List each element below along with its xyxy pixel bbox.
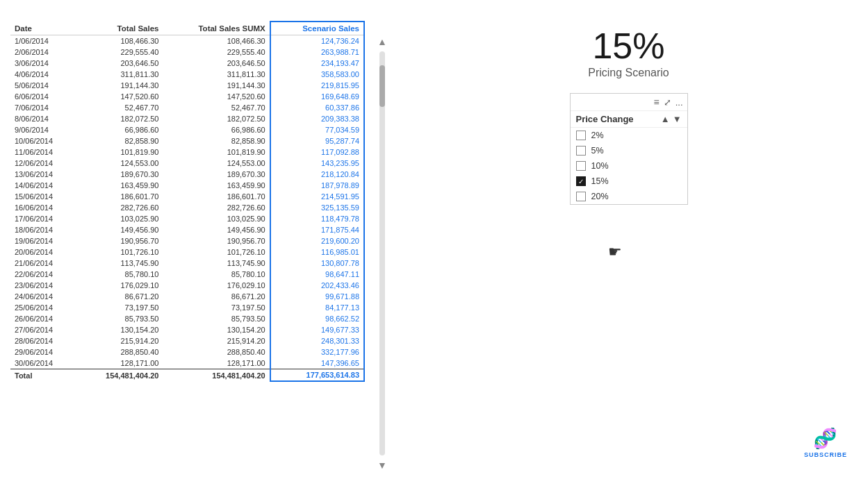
data-cell: 86,671.20 xyxy=(163,291,270,302)
table-row: 16/06/2014282,726.60282,726.60325,135.59 xyxy=(10,202,364,213)
data-cell: 103,025.90 xyxy=(163,213,270,224)
slicer-checkbox[interactable] xyxy=(576,146,586,156)
table-row: 7/06/201452,467.7052,467.7060,337.86 xyxy=(10,102,364,113)
table-row: 20/06/2014101,726.10101,726.10116,985.01 xyxy=(10,246,364,258)
data-cell: 147,520.60 xyxy=(163,91,270,102)
table-row: 9/06/201466,986.6066,986.6077,034.59 xyxy=(10,124,364,135)
data-cell: 26/06/2014 xyxy=(10,313,76,324)
table-row: 17/06/2014103,025.90103,025.90118,479.78 xyxy=(10,213,364,224)
table-row: 10/06/201482,858.9082,858.9095,287.74 xyxy=(10,135,364,146)
slicer-expand-icon[interactable]: ⤢ xyxy=(664,97,671,108)
total-sales: 154,481,404.20 xyxy=(76,369,163,382)
data-cell: 66,986.60 xyxy=(163,124,270,135)
scenario-cell: 218,120.84 xyxy=(270,169,364,180)
scenario-cell: 169,648.69 xyxy=(270,91,364,102)
data-cell: 29/06/2014 xyxy=(10,346,76,358)
data-cell: 18/06/2014 xyxy=(10,224,76,235)
scrollbar-thumb[interactable] xyxy=(379,65,385,107)
slicer-checkbox[interactable] xyxy=(576,131,586,140)
data-cell: 7/06/2014 xyxy=(10,102,76,113)
data-cell: 229,555.40 xyxy=(76,47,163,58)
slicer-item[interactable]: 2% xyxy=(571,128,687,143)
data-cell: 108,466.30 xyxy=(76,35,163,47)
slicer-checkbox[interactable] xyxy=(576,176,586,186)
subscribe-dna-icon[interactable]: 🧬 xyxy=(813,427,837,450)
slicer-header: Price Change ▲ ▼ xyxy=(571,111,687,128)
data-cell: 163,459.90 xyxy=(76,180,163,191)
slicer-item[interactable]: 10% xyxy=(571,158,687,174)
scenario-cell: 234,193.47 xyxy=(270,58,364,69)
data-cell: 190,956.70 xyxy=(163,235,270,246)
table-row: 1/06/2014108,466.30108,466.30124,736.24 xyxy=(10,35,364,47)
data-cell: 288,850.40 xyxy=(163,346,270,358)
scenario-cell: 95,287.74 xyxy=(270,135,364,146)
slicer-collapse-down-icon[interactable]: ▼ xyxy=(673,114,682,124)
slicer-item[interactable]: 5% xyxy=(571,143,687,158)
data-cell: 186,601.70 xyxy=(163,191,270,202)
data-cell: 215,914.20 xyxy=(163,335,270,346)
data-cell: 85,793.50 xyxy=(76,313,163,324)
slicer-lines-icon[interactable]: ≡ xyxy=(653,97,659,108)
slicer-checkbox[interactable] xyxy=(576,161,586,171)
scenario-cell: 99,671.88 xyxy=(270,291,364,302)
data-cell: 6/06/2014 xyxy=(10,91,76,102)
data-cell: 149,456.90 xyxy=(76,224,163,235)
slicer-more-icon[interactable]: ... xyxy=(675,97,683,108)
right-panel: 15% Pricing Scenario ≡ ⤢ ... Price Chang… xyxy=(396,14,861,472)
data-cell: 113,745.90 xyxy=(163,258,270,269)
col-header-total-sales-sumx: Total Sales SUMX xyxy=(163,22,270,35)
data-cell: 85,780.10 xyxy=(76,269,163,280)
scenario-cell: 98,662.52 xyxy=(270,313,364,324)
data-cell: 130,154.20 xyxy=(163,324,270,335)
table-row: 8/06/2014182,072.50182,072.50209,383.38 xyxy=(10,113,364,124)
data-cell: 13/06/2014 xyxy=(10,169,76,180)
slicer-toolbar: ≡ ⤢ ... xyxy=(571,94,687,111)
scenario-cell: 214,591.95 xyxy=(270,191,364,202)
slicer-item[interactable]: 20% xyxy=(571,189,687,204)
data-cell: 14/06/2014 xyxy=(10,180,76,191)
data-cell: 85,793.50 xyxy=(163,313,270,324)
table-row: 25/06/201473,197.5073,197.5084,177.13 xyxy=(10,302,364,313)
subscribe-area: 🧬 SUBSCRIBE xyxy=(804,427,847,458)
scroll-up-button[interactable]: ▲ xyxy=(375,35,389,49)
scrollbar-track[interactable] xyxy=(379,51,385,455)
data-cell: 52,467.70 xyxy=(163,102,270,113)
data-cell: 311,811.30 xyxy=(76,69,163,80)
scenario-cell: 130,807.78 xyxy=(270,258,364,269)
data-cell: 101,726.10 xyxy=(163,246,270,258)
col-header-date: Date xyxy=(10,22,76,35)
slicer-title: Price Change xyxy=(576,114,634,124)
data-cell: 20/06/2014 xyxy=(10,246,76,258)
table-row: 4/06/2014311,811.30311,811.30358,583.00 xyxy=(10,69,364,80)
scroll-down-button[interactable]: ▼ xyxy=(375,458,389,472)
data-cell: 163,459.90 xyxy=(163,180,270,191)
pricing-scenario-value: 15% xyxy=(592,28,664,64)
data-cell: 16/06/2014 xyxy=(10,202,76,213)
data-cell: 85,780.10 xyxy=(163,269,270,280)
slicer-item-label: 5% xyxy=(591,146,604,156)
scenario-cell: 219,600.20 xyxy=(270,235,364,246)
data-cell: 1/06/2014 xyxy=(10,35,76,47)
data-cell: 101,819.90 xyxy=(163,146,270,158)
slicer-item[interactable]: 15% xyxy=(571,174,687,189)
main-container: Date Total Sales Total Sales SUMX Scenar… xyxy=(0,0,868,486)
data-cell: 52,467.70 xyxy=(76,102,163,113)
data-cell: 189,670.30 xyxy=(76,169,163,180)
data-cell: 5/06/2014 xyxy=(10,80,76,91)
table-row: 21/06/2014113,745.90113,745.90130,807.78 xyxy=(10,258,364,269)
table-row: 29/06/2014288,850.40288,850.40332,177.96 xyxy=(10,346,364,358)
table-section: Date Total Sales Total Sales SUMX Scenar… xyxy=(7,14,368,472)
data-cell: 282,726.60 xyxy=(163,202,270,213)
data-cell: 191,144.30 xyxy=(76,80,163,91)
data-cell: 101,726.10 xyxy=(76,246,163,258)
cursor-hand-icon: ☛ xyxy=(608,243,622,261)
scenario-cell: 116,985.01 xyxy=(270,246,364,258)
slicer-header-controls: ▲ ▼ xyxy=(661,114,682,124)
scenario-cell: 332,177.96 xyxy=(270,346,364,358)
slicer-checkbox[interactable] xyxy=(576,192,586,201)
data-cell: 11/06/2014 xyxy=(10,146,76,158)
scenario-cell: 77,034.59 xyxy=(270,124,364,135)
table-row: 12/06/2014124,553.00124,553.00143,235.95 xyxy=(10,158,364,169)
slicer-collapse-up-icon[interactable]: ▲ xyxy=(661,114,670,124)
data-cell: 22/06/2014 xyxy=(10,269,76,280)
